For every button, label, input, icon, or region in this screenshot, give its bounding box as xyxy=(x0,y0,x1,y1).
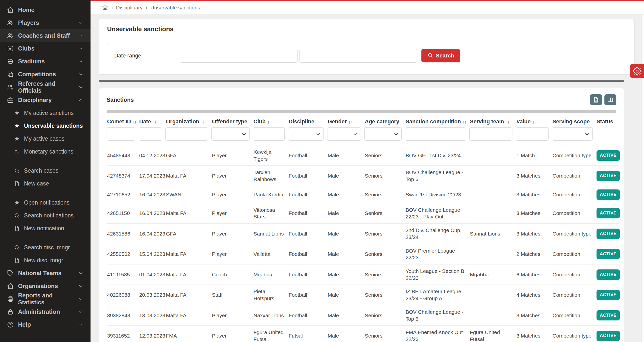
column-header-offender-type: Offender type xyxy=(212,113,253,126)
status-badge: ACTIVE xyxy=(596,171,620,181)
date-to-input[interactable] xyxy=(300,49,417,63)
sidebar-item-new-notification[interactable]: New notification xyxy=(0,222,90,235)
date-range-box: Date range: Search xyxy=(107,43,467,68)
table-row[interactable]: 4022608820.03.2023Malta FAStaffPieta' Ho… xyxy=(106,285,619,305)
cell-discipline: Football xyxy=(288,305,327,325)
table-row[interactable]: 4263158616.04.2023GFAPlayerSannat LionsF… xyxy=(106,224,619,244)
table-row[interactable]: 4548544804.12.2023GFAPlayerXewkija Tiger… xyxy=(106,145,619,166)
filter-input-club[interactable] xyxy=(253,127,285,141)
cell-serving-scope: Competition xyxy=(552,305,596,325)
globe-icon xyxy=(7,58,14,65)
column-header-sanction-competition[interactable]: Sanction competition↑↓ xyxy=(405,113,470,126)
cell-discipline: Football xyxy=(288,166,327,186)
breadcrumb-home-icon[interactable] xyxy=(102,4,108,12)
column-header-serving-team[interactable]: Serving team↑↓ xyxy=(470,113,516,126)
sidebar-item-home[interactable]: Home xyxy=(0,4,90,16)
sidebar-item-reports-and-statistics[interactable]: Reports and Statistics xyxy=(0,292,90,305)
column-header-comet-id[interactable]: Comet ID↑↓ xyxy=(106,113,139,126)
settings-gear-button[interactable] xyxy=(630,64,644,78)
sidebar-item-clubs[interactable]: Clubs xyxy=(0,42,90,55)
table-row[interactable]: 3938284313.03.2023Malta FAPlayerNaxxar L… xyxy=(106,305,619,325)
column-header-value[interactable]: Value↑↓ xyxy=(516,113,552,126)
cell-club: Paola Kordin xyxy=(253,186,288,203)
table-row[interactable]: 4255050215.04.2023Malta FAPlayerValletta… xyxy=(106,244,619,264)
screen: HomePlayersCoaches and StaffClubsStadium… xyxy=(0,0,644,342)
chevron-down-icon xyxy=(78,309,84,314)
sidebar-item-disciplinary[interactable]: Disciplinary xyxy=(0,94,90,106)
filter-input-comet-id[interactable] xyxy=(106,127,135,141)
sidebar-item-new-disc-mngr[interactable]: New disc. mngr xyxy=(0,254,90,267)
users-icon xyxy=(7,32,14,39)
sidebar-item-search-disc-mngr[interactable]: Search disc. mngr xyxy=(0,241,90,254)
filter-input-sanction-competition[interactable] xyxy=(405,127,466,141)
sanctions-card: Sanctions Comet ID↑↓Date↑↓Organization↑↓… xyxy=(99,88,624,342)
sidebar-item-players[interactable]: Players xyxy=(0,16,90,29)
cell-club: Pieta' Hotspurs xyxy=(253,285,288,305)
filter-select-offender-type[interactable] xyxy=(212,127,250,141)
sidebar-item-monetary-sanctions[interactable]: Monetary sanctions xyxy=(0,145,90,158)
cell-gender: Male xyxy=(327,186,364,203)
breadcrumb-disciplinary[interactable]: Disciplinary xyxy=(116,5,142,11)
horizontal-scrollbar[interactable] xyxy=(99,80,624,82)
table-row[interactable]: 4274837417.04.2023Malta FAPlayerTarxien … xyxy=(106,166,619,186)
sidebar-item-referees-and-officials[interactable]: Referees and Officials xyxy=(0,81,90,94)
column-header-date[interactable]: Date↑↓ xyxy=(139,113,166,126)
table-row[interactable]: 3931165212.03.2023FMAPlayerFgura United … xyxy=(106,326,619,342)
sidebar-item-competitions[interactable]: Competitions xyxy=(0,68,90,81)
excel-export-button[interactable] xyxy=(590,94,602,105)
cell-club: Sannat Lions xyxy=(253,224,288,244)
cell-offender-type: Player xyxy=(212,166,253,186)
filter-input-date[interactable] xyxy=(139,127,162,141)
filter-input-organization[interactable] xyxy=(166,127,208,141)
filter-select-discipline[interactable] xyxy=(288,127,324,141)
status-badge: ACTIVE xyxy=(596,229,620,239)
table-filter-row xyxy=(106,126,619,145)
cell-age-category: Seniors xyxy=(364,203,405,223)
sidebar-divider xyxy=(6,238,80,238)
cell-serving-team xyxy=(470,166,516,186)
filter-select-gender[interactable] xyxy=(327,127,361,141)
sidebar-item-unservable-sanctions[interactable]: Unservable sanctions xyxy=(0,119,90,132)
sidebar-item-stadiums[interactable]: Stadiums xyxy=(0,55,90,68)
table-scrollbar-track[interactable] xyxy=(106,110,616,113)
filter-input-value[interactable] xyxy=(516,127,548,141)
column-header-organization[interactable]: Organization↑↓ xyxy=(166,113,212,126)
sidebar-item-new-case[interactable]: New case xyxy=(0,177,90,190)
sidebar-item-label: New disc. mngr xyxy=(24,257,63,264)
sidebar-item-search-notifications[interactable]: Search notifications xyxy=(0,209,90,222)
table-row[interactable]: 4271065216.04.2023SWANPlayerPaola Kordin… xyxy=(106,186,619,203)
sidebar-item-my-active-cases[interactable]: My active cases xyxy=(0,132,90,145)
column-header-club[interactable]: Club↑↓ xyxy=(253,113,288,126)
sort-icon: ↑↓ xyxy=(132,119,136,124)
sidebar-item-open-notifications[interactable]: Open notifications xyxy=(0,196,90,209)
column-header-gender[interactable]: Gender↑↓ xyxy=(327,113,364,126)
search-button[interactable]: Search xyxy=(422,49,460,62)
column-settings-button[interactable] xyxy=(604,94,616,105)
sidebar-item-search-cases[interactable]: Search cases xyxy=(0,164,90,177)
filter-input-serving-team[interactable] xyxy=(470,127,512,141)
chevron-down-icon xyxy=(78,33,84,38)
sidebar-item-national-teams[interactable]: National Teams xyxy=(0,267,90,280)
date-from-input[interactable] xyxy=(180,49,297,63)
status-badge: ACTIVE xyxy=(596,150,620,161)
sidebar-item-organisations[interactable]: Organisations xyxy=(0,280,90,292)
sidebar-item-my-active-sanctions[interactable]: My active sanctions xyxy=(0,106,90,119)
sidebar-item-administration[interactable]: Administration xyxy=(0,305,90,318)
cell-club: Naxxar Lions xyxy=(253,305,288,325)
filter-select-age-category[interactable] xyxy=(364,127,402,141)
table-row[interactable]: 4265115016.04.2023Malta FAPlayerVittorio… xyxy=(106,203,619,223)
cell-age-category: Seniors xyxy=(364,224,405,244)
cell-date: 12.03.2023 xyxy=(139,326,166,342)
column-header-discipline[interactable]: Discipline↑↓ xyxy=(288,113,327,126)
cell-sanction-competition: BOV Challenge League 22/23 - Play-Out xyxy=(405,203,470,223)
file-icon xyxy=(14,181,20,187)
filter-select-serving-scope[interactable] xyxy=(552,127,592,141)
sanctions-card-header: Sanctions xyxy=(106,94,616,105)
sidebar-item-coaches-and-staff[interactable]: Coaches and Staff xyxy=(0,29,90,42)
sidebar-item-help[interactable]: Help xyxy=(0,318,90,331)
cell-comet-id: 42550502 xyxy=(106,244,139,264)
cell-serving-team xyxy=(470,305,516,325)
cell-discipline: Football xyxy=(288,244,327,264)
column-header-age-category[interactable]: Age category↑↓ xyxy=(364,113,405,126)
table-row[interactable]: 4119153501.04.2023Malta FACoachMqabbaFoo… xyxy=(106,264,619,285)
